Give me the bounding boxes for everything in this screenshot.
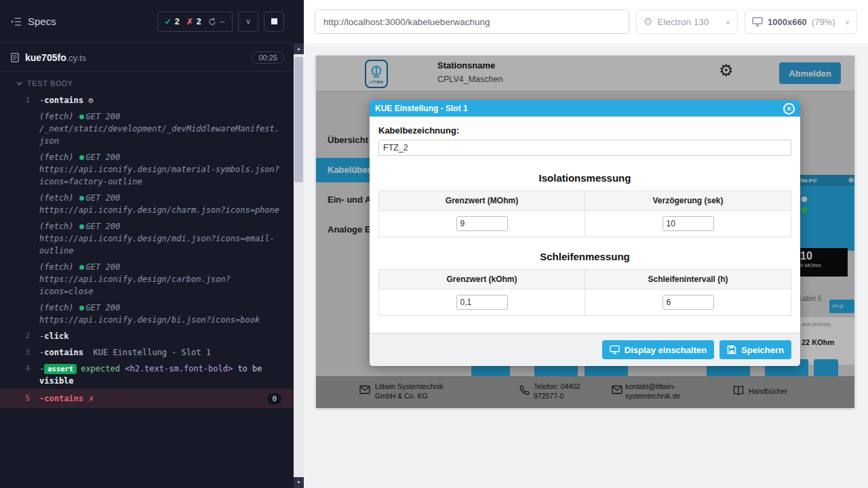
status-dot-icon	[79, 224, 84, 229]
fetch-url: https://api.iconify.design/material-symb…	[39, 165, 279, 186]
save-floppy-icon	[727, 345, 736, 354]
loop-grenzwert-input[interactable]	[456, 295, 508, 310]
fetch-url: https://api.iconify.design/charm.json?ic…	[39, 205, 279, 215]
command-name: contains	[44, 348, 83, 357]
fetch-status: GET 200	[86, 193, 121, 203]
isolation-section-title: Isolationsmessung	[378, 172, 791, 184]
runner-controls: ✓2 ✗2 -- ∨	[157, 12, 284, 32]
line-number: 2	[0, 330, 39, 342]
line-number: 1	[0, 94, 39, 106]
test-body-toggle[interactable]: TEST BODY	[0, 72, 294, 92]
fetch-label: (fetch)	[39, 112, 74, 121]
retry-count-badge: 0	[267, 393, 281, 405]
passed-stat: ✓2	[165, 17, 180, 26]
assert-expected: expected	[81, 364, 120, 373]
fetch-label: (fetch)	[39, 152, 74, 162]
scrollbar-thumb[interactable]	[294, 57, 303, 182]
dash: -	[39, 364, 44, 373]
assert-badge: assert	[44, 364, 77, 374]
modal-title: KUE Einstellung - Slot 1	[375, 104, 468, 113]
iso-col-verzoegerung: Verzögerung (sek)	[585, 191, 791, 211]
cable-name-label: Kabelbezeichnung:	[378, 125, 791, 136]
reporter-scrollbar: ▲ ▼	[294, 0, 304, 488]
iso-verzoegerung-input[interactable]	[663, 216, 714, 231]
stop-button[interactable]	[264, 12, 284, 32]
loop-col-intervall: Schleifenintervall (h)	[585, 270, 791, 289]
assert-row[interactable]: 4 -assertexpected <h2.text-sm.font-bold>…	[0, 361, 294, 389]
command-argument: KUE Einstellung - Slot 1	[93, 348, 210, 357]
chevron-down-icon: ∨	[726, 18, 730, 26]
command-row-click[interactable]: 2 -click	[0, 328, 294, 344]
cable-name-input[interactable]	[378, 140, 791, 156]
browser-name: Electron 130	[657, 17, 709, 27]
command-log: 1 -contains ⚙ (fetch)GET 200 /_next/stat…	[0, 92, 294, 408]
chevron-down-icon: ∨	[845, 18, 850, 26]
fetch-status: GET 200	[86, 303, 121, 312]
monitor-icon	[752, 17, 763, 26]
specs-list-icon	[11, 17, 22, 26]
test-body-label: TEST BODY	[27, 79, 73, 87]
spec-extension: .cy.ts	[66, 53, 86, 63]
specs-menu-button[interactable]: Specs	[11, 16, 56, 27]
save-button[interactable]: Speichern	[719, 340, 791, 359]
network-log-entry[interactable]: (fetch)GET 200 https://api.iconify.desig…	[0, 218, 294, 259]
network-log-entry[interactable]: (fetch)GET 200 https://api.iconify.desig…	[0, 149, 294, 190]
fetch-url: https://api.iconify.design/mdi.json?icon…	[39, 234, 275, 256]
command-row-contains-2[interactable]: 3 -contains KUE Einstellung - Slot 1	[0, 344, 294, 361]
passed-count: 2	[175, 17, 180, 26]
line-number: 4	[0, 363, 39, 387]
url-input[interactable]	[315, 9, 629, 34]
fetch-status: GET 200	[86, 222, 121, 231]
modal-footer: Display einschalten Speichern	[370, 333, 800, 366]
iso-col-grenzwert: Grenzwert (MOhm)	[379, 191, 585, 211]
modal-body: Kabelbezeichnung: Isolationsmessung Gren…	[370, 117, 800, 333]
command-name: click	[44, 331, 68, 341]
display-on-button[interactable]: Display einschalten	[602, 340, 714, 359]
loop-intervall-input[interactable]	[663, 295, 714, 310]
check-icon: ✓	[165, 17, 172, 26]
test-stats[interactable]: ✓2 ✗2 --	[157, 12, 233, 32]
line-number: 5	[0, 392, 39, 405]
network-log-entry[interactable]: (fetch)GET 200 https://api.iconify.desig…	[0, 300, 294, 328]
fetch-url: https://api.iconify.design/bi.json?icons…	[39, 315, 260, 325]
browser-icon: ⚙	[644, 16, 652, 28]
iso-grenzwert-input[interactable]	[456, 216, 508, 231]
refresh-icon	[208, 18, 216, 26]
fail-x-icon: ✗	[89, 394, 94, 403]
fetch-status: GET 200	[86, 262, 121, 272]
chevron-down-icon: ∨	[245, 17, 251, 26]
loop-table: Grenzwert (kOhm) Schleifenintervall (h)	[378, 269, 791, 316]
cross-icon: ✗	[186, 17, 193, 26]
network-log-entry[interactable]: (fetch)GET 200 https://api.iconify.desig…	[0, 190, 294, 218]
close-icon[interactable]: ×	[783, 103, 795, 115]
monitor-icon	[610, 345, 620, 354]
failed-count: 2	[197, 17, 201, 26]
status-dot-icon	[79, 196, 84, 201]
fetch-label: (fetch)	[39, 222, 74, 231]
assert-selector: <h2.text-sm.font-bold>	[125, 364, 233, 373]
command-name: contains	[44, 96, 83, 105]
specs-label: Specs	[28, 16, 56, 27]
spec-name: kue705fo.cy.ts	[25, 52, 86, 63]
fetch-url: /_next/static/development/_devMiddleware…	[39, 124, 279, 146]
pending-stat: --	[208, 17, 225, 26]
scroll-up-button[interactable]: ▲	[294, 43, 304, 54]
aut-pane: ⚙ Electron 130 ∨ 1000x660 (79%) ∨ LITTWI…	[304, 0, 868, 488]
cypress-sidebar: Specs ✓2 ✗2 -- ∨ kue705fo.cy.ts 00:25	[0, 0, 294, 488]
network-log-entry[interactable]: (fetch)GET 200 /_next/static/development…	[0, 108, 294, 149]
network-log-entry[interactable]: (fetch)GET 200 https://api.iconify.desig…	[0, 259, 294, 300]
collapse-dropdown-button[interactable]: ∨	[238, 12, 258, 32]
viewport-select[interactable]: 1000x660 (79%) ∨	[745, 9, 857, 34]
command-row-contains-1[interactable]: 1 -contains ⚙	[0, 92, 294, 108]
aut-canvas: LITTWIN Stationsname CPLV4_Maschen ⚙ Abm…	[304, 43, 868, 488]
spec-duration-badge: 00:25	[252, 52, 284, 64]
browser-select[interactable]: ⚙ Electron 130 ∨	[636, 9, 738, 34]
assert-text: to be	[237, 364, 262, 373]
status-dot-icon	[79, 155, 84, 160]
fetch-status: GET 200	[86, 112, 121, 121]
failed-command-row[interactable]: 5 -contains✗ 0	[0, 389, 294, 408]
spec-file-row[interactable]: kue705fo.cy.ts 00:25	[0, 43, 294, 72]
status-dot-icon	[79, 115, 84, 119]
viewport-size: 1000x660	[768, 17, 807, 27]
scroll-down-button[interactable]: ▼	[294, 477, 304, 488]
